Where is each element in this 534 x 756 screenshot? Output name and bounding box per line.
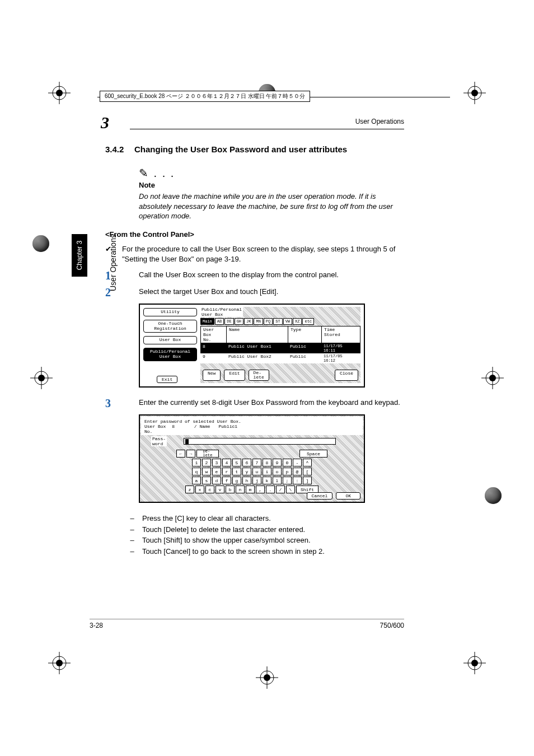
key-1[interactable]: 1 <box>192 459 201 466</box>
step-2: 2 Select the target User Box and touch [… <box>105 287 404 298</box>
section-heading: 3.4.2Changing the User Box Password and … <box>105 144 404 154</box>
sub-bullet: –Touch [Shift] to show the upper case/sy… <box>122 535 404 546</box>
key-3[interactable]: 3 <box>212 459 221 466</box>
key-k[interactable]: k <box>263 477 271 484</box>
crop-mark-icon <box>30 367 53 389</box>
crop-mark-icon <box>481 367 504 389</box>
screenshot-password-entry: Enter password of selected User Box. Use… <box>139 414 365 503</box>
key-n[interactable]: n <box>236 486 245 493</box>
key-/[interactable]: / <box>276 486 285 493</box>
exit-button[interactable]: Exit <box>157 376 177 383</box>
key-w[interactable]: w <box>202 468 211 475</box>
crop-mark-icon <box>48 82 71 104</box>
subheading: <From the Control Panel> <box>105 230 404 239</box>
key-z[interactable]: z <box>185 486 194 493</box>
delete-button[interactable]: De- lete <box>249 370 269 381</box>
key-:[interactable]: : <box>293 477 302 484</box>
key-l[interactable]: l <box>273 477 282 484</box>
key-0[interactable]: 0 <box>283 459 292 466</box>
panel-title: Public/Personal User Box <box>200 307 243 317</box>
edit-button[interactable]: Edit <box>224 370 245 381</box>
key-row-numbers: 1234567890-^ <box>142 459 362 466</box>
key--[interactable]: - <box>293 459 302 466</box>
key-\[interactable]: \ <box>286 486 295 493</box>
bullet-item: ✔ For the procedure to call the User Box… <box>105 244 404 264</box>
right-arrow-key[interactable]: → <box>186 450 195 458</box>
chapter-number: 3 <box>101 113 109 132</box>
tab-main[interactable]: Main <box>200 318 214 325</box>
key-row-a: asdfghjkl;:] <box>142 477 362 484</box>
key-.[interactable]: . <box>266 486 275 493</box>
crop-mark-icon <box>463 652 486 674</box>
key-g[interactable]: g <box>232 477 241 484</box>
key-e[interactable]: e <box>212 468 221 475</box>
key-9[interactable]: 9 <box>273 459 282 466</box>
left-arrow-key[interactable]: ← <box>176 450 185 458</box>
key-u[interactable]: u <box>252 468 261 475</box>
binder-hole-icon <box>485 487 502 504</box>
key-p[interactable]: p <box>283 468 292 475</box>
key-a[interactable]: a <box>192 477 201 484</box>
table-row[interactable]: 8 Public User Box1 Public 11/17/05 16:11 <box>200 343 360 353</box>
page-number: 3-28 <box>90 622 103 629</box>
new-button[interactable]: New <box>203 370 221 381</box>
column-headers: User Box No. Name Type Time Stored <box>200 326 360 343</box>
key-f[interactable]: f <box>222 477 231 484</box>
user-box-button[interactable]: User Box <box>143 336 197 344</box>
key-x[interactable]: x <box>195 486 204 493</box>
note-body: Do not leave the machine while you are i… <box>139 192 404 221</box>
key-y[interactable]: y <box>242 468 251 475</box>
ok-button[interactable]: OK <box>336 492 360 500</box>
key-m[interactable]: m <box>246 486 255 493</box>
sub-bullet: –Touch [Delete] to delete the last chara… <box>122 524 404 535</box>
table-row[interactable]: 9 Public User Box2 Public 11/17/05 16:12 <box>200 353 360 363</box>
key-t[interactable]: t <box>232 468 241 475</box>
key-r[interactable]: r <box>222 468 231 475</box>
screenshot-user-box-list: Utility One-Touch Registration User Box … <box>139 304 365 388</box>
key-c[interactable]: c <box>205 486 214 493</box>
key-d[interactable]: d <box>212 477 221 484</box>
public-personal-button[interactable]: Public/Personal User Box <box>143 348 197 361</box>
key-,[interactable]: , <box>256 486 265 493</box>
close-button[interactable]: Close <box>335 370 358 381</box>
cancel-button[interactable]: Cancel <box>307 492 333 500</box>
key-o[interactable]: o <box>273 468 282 475</box>
step-3: 3 Enter the currently set 8-digit User B… <box>105 398 404 409</box>
one-touch-button[interactable]: One-Touch Registration <box>143 320 197 333</box>
crop-mark-icon <box>256 666 278 689</box>
space-key[interactable]: Space <box>299 450 327 458</box>
delete-key[interactable]: De- lete <box>196 450 219 458</box>
key-[[interactable]: [ <box>303 468 312 475</box>
page-footer: 3-28 750/600 <box>90 619 404 629</box>
key-s[interactable]: s <box>202 477 211 484</box>
model-number: 750/600 <box>380 622 404 629</box>
key-2[interactable]: 2 <box>202 459 211 466</box>
sub-bullet: –Touch [Cancel] to go back to the screen… <box>122 546 404 557</box>
running-head: User Operations <box>355 118 404 125</box>
key-b[interactable]: b <box>226 486 235 493</box>
utility-button[interactable]: Utility <box>143 308 197 316</box>
key-@[interactable]: @ <box>293 468 302 475</box>
running-head-rule <box>130 129 404 129</box>
key-4[interactable]: 4 <box>222 459 231 466</box>
password-input[interactable] <box>184 438 336 445</box>
key-h[interactable]: h <box>242 477 251 484</box>
key-7[interactable]: 7 <box>252 459 261 466</box>
key-;[interactable]: ; <box>283 477 292 484</box>
prompt-text: Enter password of selected User Box. <box>144 419 359 424</box>
key-j[interactable]: j <box>252 477 261 484</box>
key-^[interactable]: ^ <box>303 459 312 466</box>
key-][interactable]: ] <box>303 477 312 484</box>
key-v[interactable]: v <box>216 486 224 493</box>
key-8[interactable]: 8 <box>263 459 271 466</box>
check-icon: ✔ <box>105 244 122 264</box>
key-i[interactable]: i <box>263 468 271 475</box>
index-tabs: Main AB DE GH JK MN PQ ST VW XZ etc <box>200 318 360 325</box>
key-5[interactable]: 5 <box>232 459 241 466</box>
key-q[interactable]: q <box>192 468 201 475</box>
key-6[interactable]: 6 <box>242 459 251 466</box>
binder-hole-icon <box>32 235 49 252</box>
header-filename: 600_security_E.book 28 ページ ２００６年１２月２７日 水… <box>100 91 310 102</box>
sub-bullet: –Press the [C] key to clear all characte… <box>122 513 404 524</box>
header-bar: 600_security_E.book 28 ページ ２００６年１２月２７日 水… <box>97 91 450 103</box>
